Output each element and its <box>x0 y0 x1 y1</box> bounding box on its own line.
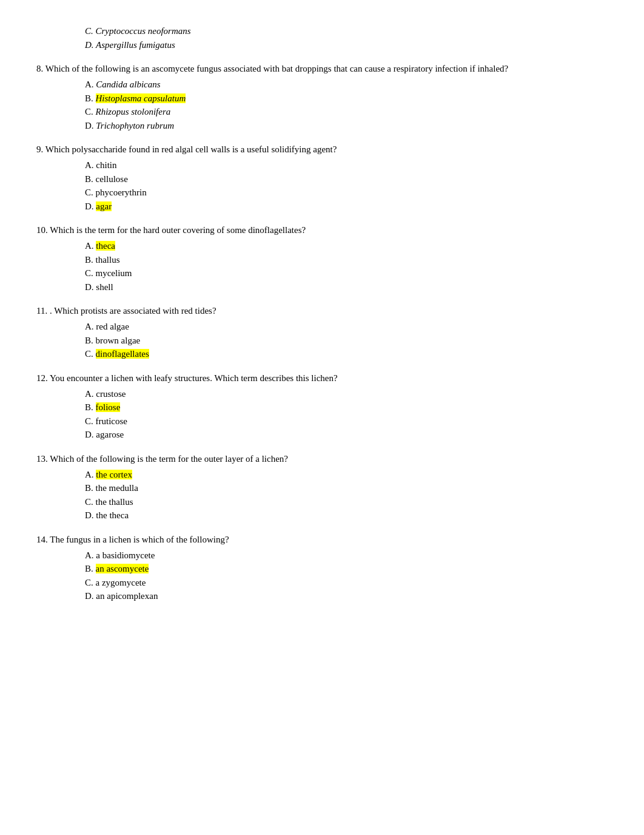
option-q10-1: B. thallus <box>85 253 608 267</box>
option-q9-2: C. phycoerythrin <box>85 186 608 200</box>
option-q9-1: B. cellulose <box>85 172 608 186</box>
question-q9: 9. Which polysaccharide found in red alg… <box>36 143 608 213</box>
option-q11-1: B. brown algae <box>85 334 608 348</box>
option-text-q13-0: the cortex <box>96 470 132 479</box>
option-label-q13-3: D. <box>85 510 96 520</box>
question-text-q12: 12. You encounter a lichen with leafy st… <box>36 372 608 385</box>
option-text-q11-1: brown algae <box>96 336 141 345</box>
option-text-q14-2: a zygomycete <box>96 578 146 587</box>
option-q14-0: A. a basidiomycete <box>85 549 608 563</box>
option-label-q8-3: D. <box>85 121 96 130</box>
option-text-q13-1: the medulla <box>96 483 138 493</box>
option-q11-2: C. dinoflagellates <box>85 347 608 361</box>
option-label-q10-2: C. <box>85 268 96 278</box>
option-label-q14-1: B. <box>85 564 96 573</box>
options-q9: A. chitinB. celluloseC. phycoerythrinD. … <box>85 158 608 213</box>
option-text-q12-3: agarose <box>96 430 124 439</box>
option-label-q13-1: B. <box>85 483 96 493</box>
option-text-q9-0: chitin <box>96 160 116 170</box>
option-text-q8-0: Candida albicans <box>96 79 160 89</box>
option-q12-3: D. agarose <box>85 428 608 442</box>
option-q13-0: A. the cortex <box>85 468 608 482</box>
question-text-q10: 10. Which is the term for the hard outer… <box>36 224 608 237</box>
option-text-q8-3: Trichophyton rubrum <box>96 121 174 130</box>
option-label-q8-1: B. <box>85 93 96 103</box>
option-q12-0: A. crustose <box>85 387 608 401</box>
option-label-q9-1: B. <box>85 174 96 184</box>
option-label-q13-2: C. <box>85 497 96 507</box>
option-q9-3: D. agar <box>85 200 608 214</box>
option-text-q13-3: the theca <box>96 510 129 520</box>
option-label-q9-3: D. <box>85 201 96 211</box>
question-text-q11: 11. . Which protists are associated with… <box>36 305 608 317</box>
option-q10-3: D. shell <box>85 280 608 294</box>
option-label-q8-0: A. <box>85 79 96 89</box>
option-text-q12-2: fruticose <box>96 416 127 426</box>
option-q14-1: B. an ascomycete <box>85 562 608 576</box>
option-q14-2: C. a zygomycete <box>85 576 608 590</box>
question-text-q8: 8. Which of the following is an ascomyce… <box>36 63 608 75</box>
option-label-q9-0: A. <box>85 160 96 170</box>
question-q10: 10. Which is the term for the hard outer… <box>36 224 608 294</box>
question-text-q9: 9. Which polysaccharide found in red alg… <box>36 143 608 156</box>
option-label-q12-1: B. <box>85 402 96 412</box>
option-label-q11-1: B. <box>85 336 96 345</box>
option-text-q14-0: a basidiomycete <box>96 550 155 560</box>
question-q12: 12. You encounter a lichen with leafy st… <box>36 372 608 442</box>
option-label-q12-2: C. <box>85 416 96 426</box>
options-q14: A. a basidiomyceteB. an ascomyceteC. a z… <box>85 549 608 603</box>
option-text-q14-3: an apicomplexan <box>96 591 158 601</box>
option-label-q10-0: A. <box>85 241 96 251</box>
option-text-q12-1: foliose <box>96 402 121 412</box>
options-q10: A. thecaB. thallusC. myceliumD. shell <box>85 239 608 294</box>
option-q11-0: A. red algae <box>85 320 608 334</box>
question-text-q13: 13. Which of the following is the term f… <box>36 453 608 465</box>
option-q8-0: A. Candida albicans <box>85 78 608 92</box>
option-q12-2: C. fruticose <box>85 414 608 428</box>
option-label-q13-0: A. <box>85 470 96 479</box>
question-q8: 8. Which of the following is an ascomyce… <box>36 63 608 132</box>
option-label-q14-2: C. <box>85 578 96 587</box>
option-label-q10-1: B. <box>85 255 96 265</box>
option-q10-0: A. theca <box>85 239 608 253</box>
option-text-q9-1: cellulose <box>96 174 128 184</box>
option-text-q8-2: Rhizopus stolonifera <box>96 107 171 117</box>
options-q13: A. the cortexB. the medullaC. the thallu… <box>85 468 608 522</box>
question-text-q14: 14. The fungus in a lichen is which of t… <box>36 533 608 546</box>
option-text-q11-0: red algae <box>96 322 129 331</box>
option-text-q8-1: Histoplasma capsulatum <box>96 93 186 103</box>
intro-option-d: D. Aspergillus fumigatus <box>85 38 608 52</box>
question-q14: 14. The fungus in a lichen is which of t… <box>36 533 608 603</box>
option-label-q11-0: A. <box>85 322 96 331</box>
option-q8-1: B. Histoplasma capsulatum <box>85 92 608 106</box>
option-q8-3: D. Trichophyton rubrum <box>85 119 608 133</box>
option-q13-1: B. the medulla <box>85 481 608 495</box>
option-text-q10-0: theca <box>96 241 115 251</box>
option-q12-1: B. foliose <box>85 401 608 414</box>
option-text-q10-1: thallus <box>96 255 120 265</box>
option-label-q12-3: D. <box>85 430 96 439</box>
option-label-q10-3: D. <box>85 282 96 292</box>
options-q8: A. Candida albicansB. Histoplasma capsul… <box>85 78 608 132</box>
option-label-q12-0: A. <box>85 389 96 399</box>
option-text-q12-0: crustose <box>96 389 126 399</box>
question-q13: 13. Which of the following is the term f… <box>36 453 608 522</box>
option-label-q14-3: D. <box>85 591 96 601</box>
option-text-q14-1: an ascomycete <box>96 564 149 573</box>
option-text-q9-3: agar <box>96 201 112 211</box>
option-text-q11-2: dinoflagellates <box>96 349 149 359</box>
questions-container: 8. Which of the following is an ascomyce… <box>36 63 608 603</box>
intro-options: C. Cryptococcus neoformans D. Aspergillu… <box>85 24 608 52</box>
option-label-q14-0: A. <box>85 550 96 560</box>
option-text-q13-2: the thallus <box>96 497 133 507</box>
option-q9-0: A. chitin <box>85 158 608 172</box>
option-label-q8-2: C. <box>85 107 96 117</box>
option-label-q11-2: C. <box>85 349 96 359</box>
question-q11: 11. . Which protists are associated with… <box>36 305 608 361</box>
options-q12: A. crustoseB. folioseC. fruticoseD. agar… <box>85 387 608 442</box>
option-label-q9-2: C. <box>85 188 96 197</box>
option-q10-2: C. mycelium <box>85 266 608 280</box>
option-text-q10-2: mycelium <box>96 268 132 278</box>
option-q13-2: C. the thallus <box>85 495 608 509</box>
option-q8-2: C. Rhizopus stolonifera <box>85 105 608 119</box>
